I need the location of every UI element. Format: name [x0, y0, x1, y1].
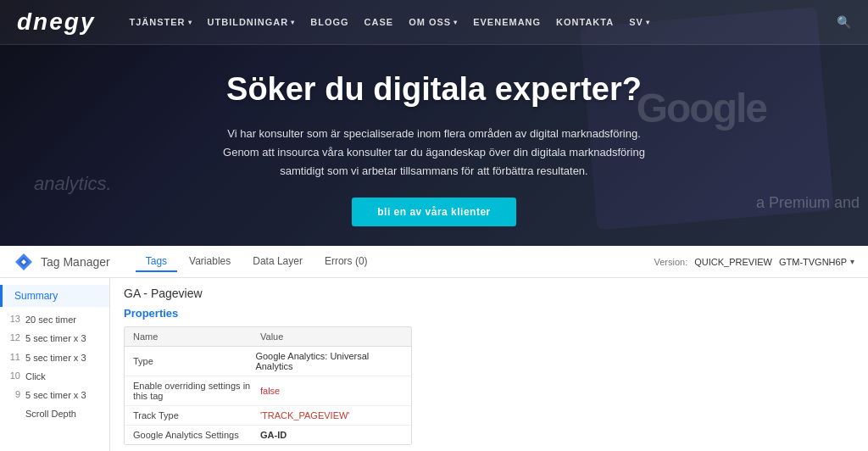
- table-cell-value: false: [260, 386, 280, 396]
- list-item[interactable]: 12 5 sec timer x 3: [0, 329, 109, 348]
- hero-title: Söker du digitala experter?: [170, 70, 698, 109]
- tab-errors[interactable]: Errors (0): [314, 252, 378, 272]
- chevron-down-icon: ▾: [188, 19, 192, 26]
- nav-item-blogg[interactable]: BLOGG: [310, 17, 348, 27]
- table-row: Enable overriding settings in this tag f…: [125, 376, 411, 406]
- sidebar-item-label: Scroll Depth: [25, 408, 76, 420]
- list-item[interactable]: Scroll Depth: [0, 404, 109, 423]
- website-section: Google analytics. a Premium and dnegy TJ…: [0, 0, 868, 246]
- tm-body: Summary 13 20 sec timer 12 5 sec timer x…: [0, 278, 868, 451]
- table-cell-name: Track Type: [133, 410, 260, 420]
- table-header-row: Name Value: [125, 327, 411, 347]
- tag-manager-section: Tag Manager Tags Variables Data Layer Er…: [0, 246, 868, 451]
- table-cell-value: 'TRACK_PAGEVIEW': [260, 410, 349, 420]
- chevron-down-icon: ▾: [291, 19, 295, 26]
- properties-table: Name Value Type Google Analytics: Univer…: [124, 326, 412, 445]
- sidebar-item-summary[interactable]: Summary: [0, 285, 109, 307]
- nav-item-lang[interactable]: SV ▾: [629, 17, 650, 27]
- sidebar-item-label: Click: [25, 370, 46, 382]
- table-cell-name: Type: [133, 356, 255, 366]
- sidebar-item-num: 9: [8, 389, 20, 399]
- tm-logo-text: Tag Manager: [41, 255, 110, 269]
- sidebar-item-num: 13: [8, 314, 20, 324]
- site-logo[interactable]: dnegy: [17, 8, 95, 36]
- table-cell-name: Enable overriding settings in this tag: [133, 381, 260, 401]
- tm-container-id: GTM-TVGNH6P: [779, 257, 847, 267]
- list-item[interactable]: 13 20 sec timer: [0, 310, 109, 329]
- nav-item-tjanster[interactable]: TJÄNSTER ▾: [129, 17, 192, 27]
- nav-item-kontakta[interactable]: KONTAKTA: [556, 17, 614, 27]
- sidebar-item-label: 20 sec timer: [25, 314, 76, 326]
- properties-title: Properties: [124, 307, 854, 320]
- table-header-value: Value: [260, 331, 283, 342]
- tm-version-label: Version:: [654, 257, 688, 267]
- tm-version-chevron[interactable]: ▾: [850, 257, 854, 266]
- tm-version-value: QUICK_PREVIEW: [694, 257, 772, 267]
- hero-content: Söker du digitala experter? Vi har konsu…: [0, 45, 868, 243]
- chevron-down-icon: ▾: [453, 19, 458, 26]
- tm-main-content: GA - Pageview Properties Name Value Type…: [110, 278, 868, 451]
- search-icon[interactable]: 🔍: [837, 15, 851, 29]
- table-cell-name: Google Analytics Settings: [133, 430, 260, 440]
- hero-subtitle: Vi har konsulter som är specialiserade i…: [214, 125, 654, 181]
- tm-logo: Tag Manager: [14, 252, 110, 272]
- nav-item-case[interactable]: CASE: [364, 17, 394, 27]
- sidebar-item-num: 10: [8, 370, 20, 381]
- table-row: Track Type 'TRACK_PAGEVIEW': [125, 406, 411, 426]
- nav-item-utbildningar[interactable]: UTBILDNINGAR ▾: [208, 17, 296, 27]
- sidebar-item-label: 5 sec timer x 3: [25, 332, 86, 344]
- tab-variables[interactable]: Variables: [179, 252, 241, 272]
- tm-sidebar: Summary 13 20 sec timer 12 5 sec timer x…: [0, 278, 110, 451]
- nav-item-evenemang[interactable]: EVENEMANG: [473, 17, 541, 27]
- tag-manager-icon: [14, 252, 34, 272]
- hero-cta-button[interactable]: bli en av våra klienter: [352, 198, 516, 226]
- tab-tags[interactable]: Tags: [136, 252, 177, 272]
- sidebar-item-label: 5 sec timer x 3: [25, 389, 86, 401]
- table-header-name: Name: [133, 331, 260, 342]
- list-item[interactable]: 10 Click: [0, 367, 109, 386]
- tm-topbar: Tag Manager Tags Variables Data Layer Er…: [0, 246, 868, 278]
- list-item[interactable]: 11 5 sec timer x 3: [0, 348, 109, 367]
- sidebar-item-num: 12: [8, 332, 20, 342]
- nav-item-omoss[interactable]: OM OSS ▾: [409, 17, 458, 27]
- tab-data-layer[interactable]: Data Layer: [242, 252, 313, 272]
- table-cell-value: Google Analytics: Universal Analytics: [255, 351, 403, 371]
- nav-links: TJÄNSTER ▾ UTBILDNINGAR ▾ BLOGG CASE OM …: [129, 17, 837, 27]
- tm-tabs: Tags Variables Data Layer Errors (0): [136, 252, 654, 272]
- chevron-down-icon: ▾: [646, 19, 650, 26]
- table-row: Google Analytics Settings GA-ID: [125, 426, 411, 444]
- table-cell-value: GA-ID: [260, 430, 287, 440]
- top-navigation: dnegy TJÄNSTER ▾ UTBILDNINGAR ▾ BLOGG CA…: [0, 0, 868, 45]
- tag-title: GA - Pageview: [124, 287, 854, 300]
- list-item[interactable]: 9 5 sec timer x 3: [0, 386, 109, 404]
- sidebar-item-num: 11: [8, 352, 20, 362]
- table-row: Type Google Analytics: Universal Analyti…: [125, 347, 411, 376]
- sidebar-item-label: 5 sec timer x 3: [25, 352, 86, 364]
